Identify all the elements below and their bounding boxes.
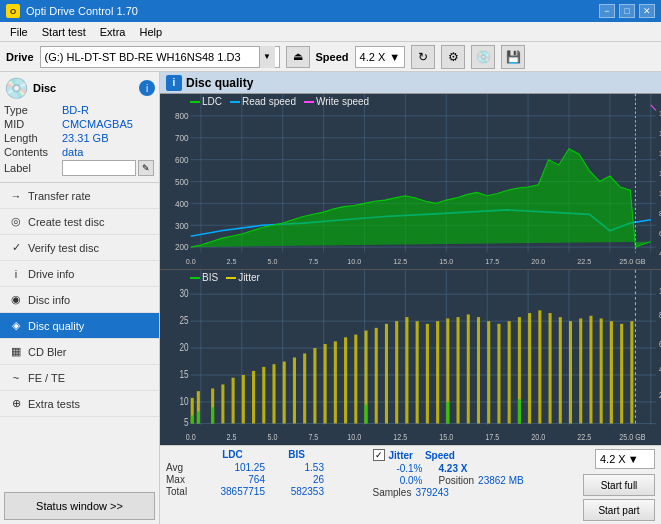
sidebar-item-drive-info[interactable]: i Drive info [0, 261, 159, 287]
svg-text:15.0: 15.0 [439, 431, 453, 442]
type-label: Type [4, 104, 62, 116]
contents-value: data [62, 146, 83, 158]
sidebar-item-transfer-rate[interactable]: → Transfer rate [0, 183, 159, 209]
action-buttons: 4.2 X ▼ Start full Start part [579, 449, 655, 521]
svg-text:12.5: 12.5 [393, 256, 407, 265]
drive-selector[interactable]: (G:) HL-DT-ST BD-RE WH16NS48 1.D3 ▼ [40, 46, 280, 68]
menu-help[interactable]: Help [133, 24, 168, 40]
svg-text:600: 600 [175, 155, 189, 165]
length-value: 23.31 GB [62, 132, 108, 144]
menu-start-test[interactable]: Start test [36, 24, 92, 40]
disc-info-icon: i [139, 80, 155, 96]
sidebar-item-extra-tests[interactable]: ⊕ Extra tests [0, 391, 159, 417]
status-window-button[interactable]: Status window >> [4, 492, 155, 520]
svg-rect-102 [436, 321, 439, 423]
menu-extra[interactable]: Extra [94, 24, 132, 40]
start-part-button[interactable]: Start part [583, 499, 655, 521]
title-bar-left: O Opti Drive Control 1.70 [6, 4, 138, 18]
close-button[interactable]: ✕ [639, 4, 655, 18]
svg-rect-97 [385, 324, 388, 424]
svg-text:22.5: 22.5 [577, 256, 591, 265]
stats-table: LDC BIS Avg 101.25 1.53 Max 764 26 Total… [166, 449, 367, 521]
label-row: Label ✎ [4, 160, 155, 176]
svg-rect-93 [344, 337, 347, 423]
ldc-header: LDC [200, 449, 265, 460]
sidebar-item-disc-quality[interactable]: ◈ Disc quality [0, 313, 159, 339]
svg-text:15: 15 [180, 368, 189, 380]
sidebar-item-cd-bler[interactable]: ▦ CD Bler [0, 339, 159, 365]
speed-dropdown-arrow[interactable]: ▼ [389, 51, 400, 63]
mid-value: CMCMAGBA5 [62, 118, 133, 130]
settings-button[interactable]: ⚙ [441, 45, 465, 69]
window-controls[interactable]: − □ ✕ [599, 4, 655, 18]
disc-section-header: 💿 Disc i [4, 76, 155, 100]
label-input[interactable] [62, 160, 136, 176]
total-row: Total 38657715 582353 [166, 486, 367, 497]
speed-selector-dropdown[interactable]: 4.2 X ▼ [595, 449, 655, 469]
total-bis: 582353 [269, 486, 324, 497]
disc-type-icon: 💿 [4, 76, 29, 100]
sidebar-item-verify-test-disc[interactable]: ✓ Verify test disc [0, 235, 159, 261]
nav-items: → Transfer rate ◎ Create test disc ✓ Ver… [0, 183, 159, 488]
svg-rect-126 [446, 402, 449, 424]
save-button[interactable]: 💾 [501, 45, 525, 69]
avg-row: Avg 101.25 1.53 [166, 462, 367, 473]
svg-text:2.5: 2.5 [227, 431, 237, 442]
speed-label: Speed [316, 51, 349, 63]
stats-right-section: ✓ Jitter Speed -0.1% 4.23 X 0.0% Positio… [373, 449, 574, 521]
svg-rect-114 [559, 317, 562, 423]
max-label: Max [166, 474, 196, 485]
svg-rect-120 [620, 324, 623, 424]
sidebar-item-create-test-disc[interactable]: ◎ Create test disc [0, 209, 159, 235]
fe-te-icon: ~ [8, 370, 24, 386]
svg-rect-116 [579, 318, 582, 423]
speed-selector[interactable]: 4.2 X ▼ [355, 46, 406, 68]
start-full-button[interactable]: Start full [583, 474, 655, 496]
svg-rect-106 [477, 317, 480, 423]
svg-text:5: 5 [184, 416, 189, 428]
label-edit-button[interactable]: ✎ [138, 160, 154, 176]
svg-text:0.0: 0.0 [186, 431, 196, 442]
total-label: Total [166, 486, 196, 497]
drive-dropdown-arrow[interactable]: ▼ [259, 46, 275, 68]
svg-rect-123 [197, 411, 200, 423]
drive-info-label: Drive info [28, 268, 74, 280]
minimize-button[interactable]: − [599, 4, 615, 18]
disc-info-panel: 💿 Disc i Type BD-R MID CMCMAGBA5 Length … [0, 72, 159, 183]
jitter-header-row: ✓ Jitter Speed [373, 449, 574, 461]
jitter-checkbox[interactable]: ✓ [373, 449, 385, 461]
speed-selector-arrow[interactable]: ▼ [628, 453, 639, 465]
svg-rect-111 [528, 313, 531, 423]
svg-text:800: 800 [175, 111, 189, 121]
samples-row: Samples 379243 [373, 487, 574, 498]
svg-text:0.0: 0.0 [186, 256, 196, 265]
app-title: Opti Drive Control 1.70 [26, 5, 138, 17]
cd-bler-icon: ▦ [8, 344, 24, 360]
svg-rect-101 [426, 324, 429, 424]
read-speed-legend-dot [230, 101, 240, 103]
menu-file[interactable]: File [4, 24, 34, 40]
main-layout: 💿 Disc i Type BD-R MID CMCMAGBA5 Length … [0, 72, 661, 524]
disc-button[interactable]: 💿 [471, 45, 495, 69]
avg-bis: 1.53 [269, 462, 324, 473]
svg-rect-84 [252, 371, 255, 424]
svg-rect-85 [262, 367, 265, 424]
svg-text:22.5: 22.5 [577, 431, 591, 442]
svg-text:700: 700 [175, 133, 189, 143]
jitter-legend-dot [226, 277, 236, 279]
svg-rect-104 [457, 317, 460, 423]
svg-rect-118 [600, 318, 603, 423]
disc-quality-title: Disc quality [186, 76, 253, 90]
mid-row: MID CMCMAGBA5 [4, 118, 155, 130]
maximize-button[interactable]: □ [619, 4, 635, 18]
drive-info-icon: i [8, 266, 24, 282]
drive-value: (G:) HL-DT-ST BD-RE WH16NS48 1.D3 [45, 51, 259, 63]
svg-rect-117 [589, 316, 592, 424]
sidebar-item-fe-te[interactable]: ~ FE / TE [0, 365, 159, 391]
svg-rect-91 [324, 344, 327, 423]
sidebar-item-disc-info[interactable]: ◉ Disc info [0, 287, 159, 313]
refresh-button[interactable]: ↻ [411, 45, 435, 69]
create-test-disc-icon: ◎ [8, 214, 24, 230]
eject-button[interactable]: ⏏ [286, 46, 310, 68]
speed-col-header: Speed [425, 450, 455, 461]
